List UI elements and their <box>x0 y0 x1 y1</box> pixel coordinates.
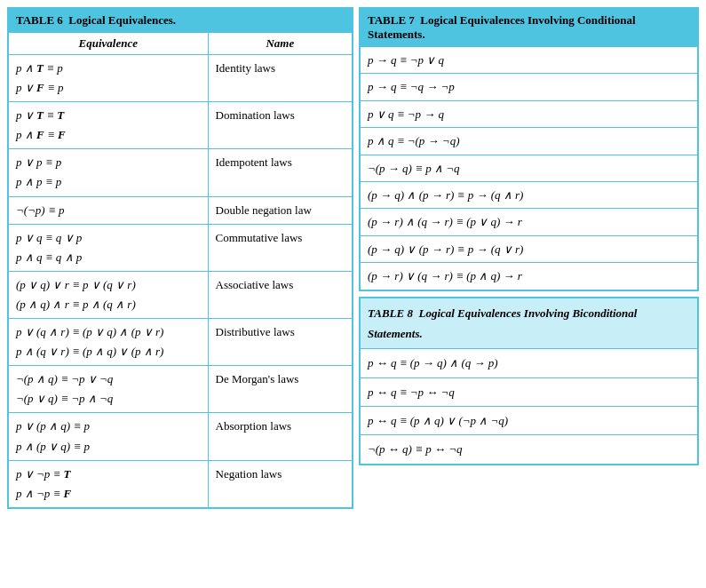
table7-row: (p → r) ∧ (q → r) ≡ (p ∨ q) → r <box>360 209 698 235</box>
table8-formula-cell: ¬(p ↔ q) ≡ p ↔ ¬q <box>360 435 698 465</box>
table6-name-cell: Negation laws <box>208 460 353 508</box>
table6: TABLE 6 Logical Equivalences. Equivalenc… <box>7 7 353 509</box>
table7-row: (p → q) ∧ (p → r) ≡ p → (q ∧ r) <box>360 181 698 208</box>
table8-formula-cell: p ↔ q ≡ (p ∧ q) ∨ (¬p ∧ ¬q) <box>360 407 698 435</box>
table7: TABLE 7 Logical Equivalences Involving C… <box>359 7 699 291</box>
table6-name-cell: Absorption laws <box>208 413 353 460</box>
table7-formula-cell: (p → q) ∨ (p → r) ≡ p → (q ∨ r) <box>360 235 698 262</box>
table7-formula-cell: (p → r) ∨ (q → r) ≡ (p ∧ q) → r <box>360 263 698 290</box>
table7-formula-cell: p ∧ q ≡ ¬(p → ¬q) <box>360 128 698 155</box>
table6-equiv-cell: p ∨ (q ∧ r) ≡ (p ∨ q) ∧ (p ∨ r)p ∧ (q ∨ … <box>8 319 208 366</box>
table6-row: (p ∨ q) ∨ r ≡ p ∨ (q ∨ r)(p ∧ q) ∧ r ≡ p… <box>8 271 353 318</box>
table7-row: p → q ≡ ¬q → ¬p <box>360 74 698 100</box>
table6-row: p ∨ p ≡ pp ∧ p ≡ pIdempotent laws <box>8 149 353 196</box>
table6-row: p ∧ T ≡ pp ∨ F ≡ pIdentity laws <box>8 55 353 102</box>
table7-formula-cell: p → q ≡ ¬p ∨ q <box>360 47 698 74</box>
table6-container: TABLE 6 Logical Equivalences. Equivalenc… <box>7 7 353 509</box>
table6-row: p ∨ ¬p ≡ Tp ∧ ¬p ≡ FNegation laws <box>8 460 353 508</box>
table6-name-cell: Distributive laws <box>208 319 353 366</box>
table6-name-cell: Associative laws <box>208 271 353 318</box>
table8-row: ¬(p ↔ q) ≡ p ↔ ¬q <box>360 435 698 465</box>
table7-formula-cell: p → q ≡ ¬q → ¬p <box>360 74 698 100</box>
table8-formula-cell: p ↔ q ≡ ¬p ↔ ¬q <box>360 377 698 406</box>
table6-col1-header: Equivalence <box>8 33 208 55</box>
table7-formula-cell: (p → r) ∧ (q → r) ≡ (p ∨ q) → r <box>360 209 698 235</box>
table6-name-cell: Identity laws <box>208 55 353 102</box>
table6-row: p ∨ T ≡ Tp ∧ F ≡ FDomination laws <box>8 102 353 149</box>
table6-name-cell: De Morgan's laws <box>208 366 353 413</box>
table8-row: p ↔ q ≡ (p ∧ q) ∨ (¬p ∧ ¬q) <box>360 407 698 435</box>
table6-equiv-cell: p ∨ T ≡ Tp ∧ F ≡ F <box>8 102 208 149</box>
table7-header: TABLE 7 Logical Equivalences Involving C… <box>360 8 698 47</box>
table6-name-cell: Commutative laws <box>208 224 353 271</box>
table8-row: p ↔ q ≡ ¬p ↔ ¬q <box>360 377 698 406</box>
table7-row: (p → q) ∨ (p → r) ≡ p → (q ∨ r) <box>360 235 698 262</box>
table8: TABLE 8 Logical Equivalences Involving B… <box>359 297 699 465</box>
table7-row: p ∨ q ≡ ¬p → q <box>360 100 698 127</box>
table6-equiv-cell: p ∨ p ≡ pp ∧ p ≡ p <box>8 149 208 196</box>
table6-row: ¬(¬p) ≡ pDouble negation law <box>8 196 353 224</box>
page-container: TABLE 6 Logical Equivalences. Equivalenc… <box>7 7 699 509</box>
table6-equiv-cell: ¬(p ∧ q) ≡ ¬p ∨ ¬q¬(p ∨ q) ≡ ¬p ∧ ¬q <box>8 366 208 413</box>
table6-header: TABLE 6 Logical Equivalences. <box>8 8 353 33</box>
table6-subtitle: Logical Equivalences. <box>68 13 176 27</box>
table6-equiv-cell: ¬(¬p) ≡ p <box>8 196 208 224</box>
table6-equiv-cell: p ∨ q ≡ q ∨ pp ∧ q ≡ q ∧ p <box>8 224 208 271</box>
table8-row: p ↔ q ≡ (p → q) ∧ (q → p) <box>360 349 698 377</box>
table6-row: p ∨ (q ∧ r) ≡ (p ∨ q) ∧ (p ∨ r)p ∧ (q ∨ … <box>8 319 353 366</box>
table6-equiv-cell: p ∨ (p ∧ q) ≡ pp ∧ (p ∨ q) ≡ p <box>8 413 208 460</box>
table7-row: p → q ≡ ¬p ∨ q <box>360 47 698 74</box>
table6-row: ¬(p ∧ q) ≡ ¬p ∨ ¬q¬(p ∨ q) ≡ ¬p ∧ ¬qDe M… <box>8 366 353 413</box>
table7-formula-cell: p ∨ q ≡ ¬p → q <box>360 100 698 127</box>
table6-row: p ∨ (p ∧ q) ≡ pp ∧ (p ∨ q) ≡ pAbsorption… <box>8 413 353 460</box>
table7-formula-cell: ¬(p → q) ≡ p ∧ ¬q <box>360 155 698 181</box>
table7-row: (p → r) ∨ (q → r) ≡ (p ∧ q) → r <box>360 263 698 290</box>
table7-row: ¬(p → q) ≡ p ∧ ¬q <box>360 155 698 181</box>
right-column: TABLE 7 Logical Equivalences Involving C… <box>359 7 699 465</box>
table6-equiv-cell: (p ∨ q) ∨ r ≡ p ∨ (q ∨ r)(p ∧ q) ∧ r ≡ p… <box>8 271 208 318</box>
table6-row: p ∨ q ≡ q ∨ pp ∧ q ≡ q ∧ pCommutative la… <box>8 224 353 271</box>
table6-equiv-cell: p ∧ T ≡ pp ∨ F ≡ p <box>8 55 208 102</box>
table7-row: p ∧ q ≡ ¬(p → ¬q) <box>360 128 698 155</box>
table6-name-cell: Domination laws <box>208 102 353 149</box>
table8-formula-cell: p ↔ q ≡ (p → q) ∧ (q → p) <box>360 349 698 377</box>
table6-equiv-cell: p ∨ ¬p ≡ Tp ∧ ¬p ≡ F <box>8 460 208 508</box>
table7-title: TABLE 7 <box>368 13 415 27</box>
table6-name-cell: Idempotent laws <box>208 149 353 196</box>
table6-title: TABLE 6 <box>16 13 63 27</box>
table8-title: TABLE 8 <box>368 306 413 320</box>
table6-col2-header: Name <box>208 33 353 55</box>
table7-formula-cell: (p → q) ∧ (p → r) ≡ p → (q ∧ r) <box>360 181 698 208</box>
table6-name-cell: Double negation law <box>208 196 353 224</box>
table8-header: TABLE 8 Logical Equivalences Involving B… <box>360 298 698 349</box>
